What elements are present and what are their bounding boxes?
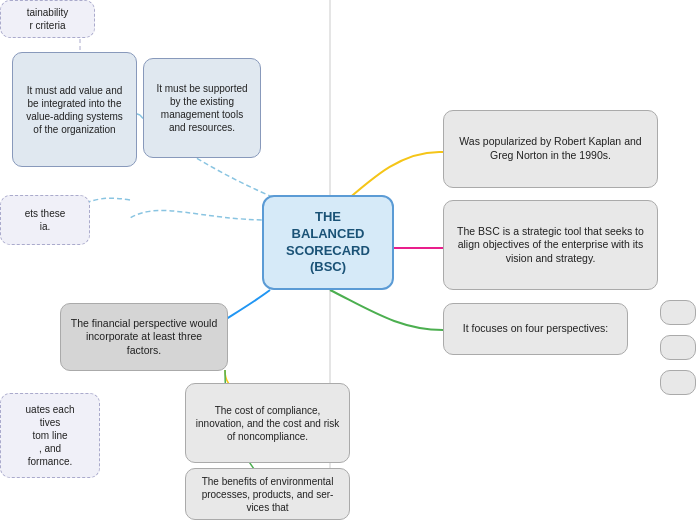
node-benefits: The benefits of environmental processes,… bbox=[185, 468, 350, 520]
node-center-bsc: THE BALANCED SCORECARD (BSC) bbox=[262, 195, 394, 290]
node-right-partial-3 bbox=[660, 370, 696, 395]
node-tainability: tainability r criteria bbox=[0, 0, 95, 38]
node-cost-compliance: The cost of compliance, innovation, and … bbox=[185, 383, 350, 463]
node-must-support: It must be supported by the existing man… bbox=[143, 58, 261, 158]
node-financial: The financial perspective would incorpor… bbox=[60, 303, 228, 371]
node-popularized: Was popularized by Robert Kaplan and Gre… bbox=[443, 110, 658, 188]
node-right-partial-1 bbox=[660, 300, 696, 325]
node-must-add: It must add value and be integrated into… bbox=[12, 52, 137, 167]
node-focuses: It focuses on four perspectives: bbox=[443, 303, 628, 355]
node-meets-these: ets these ia. bbox=[0, 195, 90, 245]
node-right-partial-2 bbox=[660, 335, 696, 360]
mind-map-canvas: tainability r criteria It must add value… bbox=[0, 0, 696, 520]
node-strategic: The BSC is a strategic tool that seeks t… bbox=[443, 200, 658, 290]
node-uates-each: uates each tives tom line , and formance… bbox=[0, 393, 100, 478]
